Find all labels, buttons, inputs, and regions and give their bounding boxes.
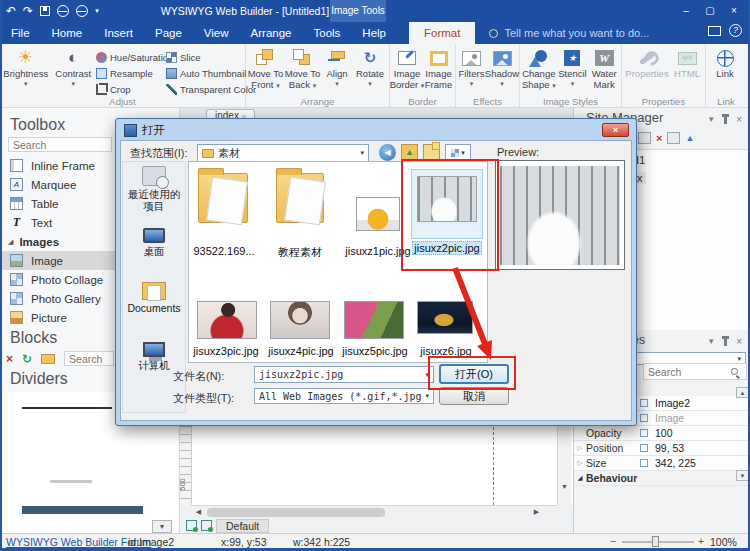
place-documents[interactable]: Documents (123, 282, 185, 314)
filename-combobox[interactable]: jisuxz2pic.jpg▾ (254, 366, 434, 383)
folder-thumb-1[interactable] (198, 173, 248, 223)
panel-menu-caret-icon[interactable]: ▼ (707, 115, 715, 124)
context-tab-image-tools[interactable]: Image Tools (330, 0, 386, 22)
water-mark-button[interactable]: W WaterMark (588, 46, 620, 90)
zoom-slider-thumb[interactable] (652, 536, 659, 547)
brightness-button[interactable]: ☀ Brightness▾ (1, 46, 50, 87)
quick-access-caret-icon[interactable]: ▾ (95, 0, 99, 22)
look-in-dropdown[interactable]: 素材 ▾ (197, 144, 369, 162)
move-to-front-button[interactable]: Move ToFront ▾ (247, 46, 284, 90)
dialog-close-button[interactable]: × (602, 123, 629, 137)
shadow-button[interactable]: Shadow▾ (486, 46, 518, 87)
default-master-tab[interactable]: Default (216, 519, 269, 533)
help-icon[interactable]: ? (729, 24, 742, 37)
stencil-button[interactable]: ★ Stencil▾ (557, 46, 589, 87)
hue-saturation-button[interactable]: Hue/Saturation (96, 49, 166, 65)
link-button[interactable]: Link (707, 46, 743, 80)
guide-add-icon[interactable] (186, 520, 197, 531)
sm-page-properties-icon[interactable] (667, 132, 680, 144)
tell-me-box[interactable]: Tell me what you want to do... (489, 27, 649, 39)
horizontal-scrollbar[interactable]: ◀ ▶ (192, 505, 557, 518)
file-thumb-jisuxz3[interactable] (197, 301, 257, 339)
back-icon[interactable]: ◀ (379, 144, 396, 161)
scroll-left-icon[interactable]: ◀ (192, 506, 205, 518)
tab-format-active[interactable]: Format (409, 22, 475, 44)
image-border-button[interactable]: ImageBorder ▾ (391, 46, 423, 90)
scroll-down-icon[interactable]: ▼ (558, 480, 571, 493)
props-pin-icon[interactable] (724, 338, 727, 346)
save-icon[interactable] (40, 6, 50, 16)
panel-close-icon[interactable]: × (736, 114, 742, 125)
sm-delete-icon[interactable]: × (656, 132, 662, 144)
minimize-button[interactable]: – (674, 0, 698, 22)
tab-tools[interactable]: Tools (302, 22, 351, 44)
property-row-opacity[interactable]: Opacity 100 (574, 426, 750, 441)
sm-move-up-icon[interactable]: ▲ (685, 133, 694, 143)
marquee-icon: A (10, 178, 23, 191)
auto-thumbnail-button[interactable]: Auto Thumbnail (166, 65, 244, 81)
resample-button[interactable]: Resample (96, 65, 166, 81)
divider-sample-block[interactable] (22, 506, 143, 514)
filters-button[interactable]: Filters▾ (457, 46, 486, 87)
zoom-in-icon[interactable]: + (698, 535, 704, 547)
dividers-scroll-down-button[interactable]: ▼ (152, 520, 172, 533)
file-thumb-jisuxz4[interactable] (270, 301, 330, 339)
place-desktop[interactable]: 桌面 (123, 228, 185, 257)
file-label[interactable]: 教程素材 (264, 245, 336, 260)
folder-thumb-2[interactable] (276, 173, 324, 223)
pin-icon[interactable] (724, 116, 727, 124)
toolbox-search-input[interactable] (8, 137, 112, 152)
props-close-icon[interactable]: × (736, 336, 742, 347)
property-section-behaviour[interactable]: ◢Behaviour (574, 471, 750, 486)
preview-globe-icon[interactable] (57, 5, 69, 17)
tab-file[interactable]: File (0, 22, 41, 44)
horizontal-scroll-thumb[interactable] (207, 508, 385, 517)
file-label[interactable]: jisuxz3pic.jpg (186, 345, 266, 357)
blocks-folder-icon[interactable] (41, 354, 55, 364)
slice-button[interactable]: Slice (166, 49, 244, 65)
tab-insert[interactable]: Insert (93, 22, 144, 44)
rotate-button[interactable]: ↻ Rotate▾ (353, 46, 387, 87)
blocks-search-input[interactable] (64, 351, 114, 366)
divider-sample-text[interactable] (50, 480, 92, 483)
file-label[interactable]: jisuxz4pic.jpg (260, 345, 342, 357)
close-button[interactable]: × (722, 0, 746, 22)
tab-help[interactable]: Help (351, 22, 397, 44)
maximize-button[interactable]: ▢ (698, 0, 722, 22)
publish-globe-icon[interactable] (76, 5, 88, 17)
zoom-out-icon[interactable]: − (610, 535, 616, 547)
blocks-refresh-icon[interactable]: ↻ (22, 352, 32, 366)
image-frame-button[interactable]: ImageFrame (423, 46, 454, 90)
share-screen-icon[interactable] (708, 26, 721, 36)
file-thumb-jisuxz5[interactable] (344, 301, 404, 339)
scroll-right-icon[interactable]: ▶ (530, 506, 543, 518)
filetype-dropdown[interactable]: All Web Images (*.gif,*.jpg,*.jpeg,*.▾ (254, 388, 434, 404)
sm-clone-icon[interactable] (638, 132, 651, 144)
divider-sample-line[interactable] (22, 407, 112, 409)
blocks-delete-icon[interactable]: × (6, 352, 13, 366)
move-to-back-button[interactable]: Move ToBack ▾ (284, 46, 321, 90)
folder-icon (202, 149, 214, 158)
property-row-position[interactable]: ▷Position 99, 53 (574, 441, 750, 456)
tab-home[interactable]: Home (41, 22, 94, 44)
tab-view[interactable]: View (193, 22, 240, 44)
contrast-button[interactable]: ◐ Contrast▾ (50, 46, 96, 87)
place-recent[interactable]: 最近使用的项目 (123, 166, 185, 212)
redo-icon[interactable]: ↷ (23, 0, 33, 22)
property-row-size[interactable]: ▷Size 342, 225 (574, 456, 750, 471)
file-label[interactable]: 93522.169... (182, 245, 266, 257)
file-label[interactable]: jisuxz5pic.jpg (334, 345, 416, 357)
guide-settings-icon[interactable] (201, 520, 212, 531)
align-button[interactable]: Align▾ (321, 46, 353, 87)
transparent-color-button[interactable]: Transparent Color (166, 81, 244, 97)
file-thumb-jisuxz1[interactable] (356, 197, 400, 231)
tab-arrange[interactable]: Arrange (240, 22, 303, 44)
undo-icon[interactable]: ↶ (6, 0, 16, 22)
place-computer[interactable]: 计算机 (123, 342, 185, 371)
change-shape-button[interactable]: ChangeShape ▾ (521, 46, 557, 90)
tab-page[interactable]: Page (144, 22, 193, 44)
move-back-icon (293, 49, 313, 67)
props-menu-caret-icon[interactable]: ▼ (707, 337, 715, 346)
crop-button[interactable]: Crop (96, 81, 166, 97)
change-shape-icon (529, 50, 548, 67)
